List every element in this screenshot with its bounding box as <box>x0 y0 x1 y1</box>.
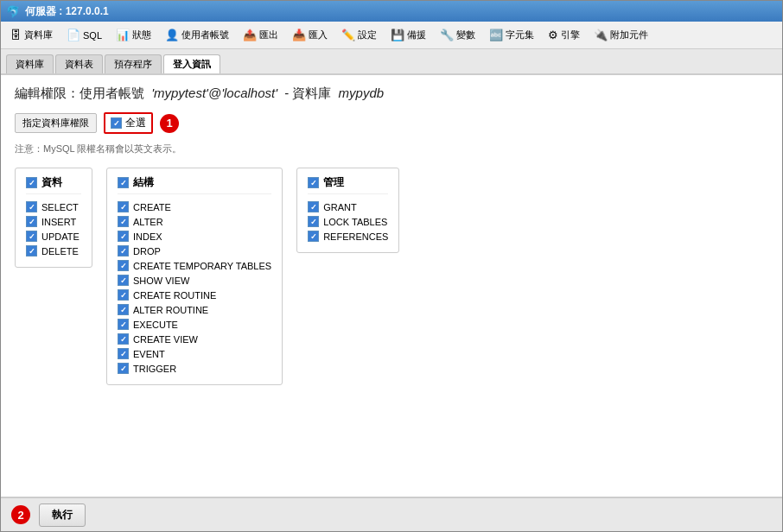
checkbox-alter-routine[interactable] <box>118 304 129 315</box>
menu-users[interactable]: 👤 使用者帳號 <box>159 25 235 45</box>
title-bar: 🐬 何服器 : 127.0.0.1 <box>1 1 782 22</box>
export-icon: 📤 <box>243 28 257 41</box>
page-title: 編輯權限：使用者帳號 'mypytest'@'localhost' - 資料庫 … <box>15 86 768 102</box>
priv-item-insert: INSERT <box>26 216 81 227</box>
priv-item-update: UPDATE <box>26 231 81 242</box>
checkbox-create[interactable] <box>118 201 129 212</box>
checkbox-grant[interactable] <box>308 201 319 212</box>
variables-icon: 🔧 <box>440 28 454 41</box>
priv-item-create-routine: CREATE ROUTINE <box>118 289 271 301</box>
menu-import[interactable]: 📥 匯入 <box>286 25 334 45</box>
menu-settings[interactable]: ✏️ 設定 <box>335 25 383 45</box>
checkbox-trigger[interactable] <box>118 363 129 374</box>
database-icon: 🗄 <box>10 28 22 41</box>
checkbox-create-routine[interactable] <box>118 289 129 301</box>
select-all-container: 全選 <box>104 112 153 134</box>
plugins-icon: 🔌 <box>594 28 608 41</box>
window-title: 何服器 : 127.0.0.1 <box>25 4 109 19</box>
sql-icon: 📄 <box>67 28 80 41</box>
priv-item-alter-routine: ALTER ROUTINE <box>118 304 271 315</box>
checkbox-references[interactable] <box>308 231 319 242</box>
engine-icon: ⚙ <box>548 28 558 41</box>
priv-item-show-view: SHOW VIEW <box>118 275 271 286</box>
select-all-label: 全選 <box>125 116 146 130</box>
priv-item-select: SELECT <box>26 201 81 212</box>
priv-item-execute: EXECUTE <box>118 319 271 330</box>
privileges-row: 資料 SELECT INSERT UPDATE DELETE <box>15 168 768 385</box>
backup-icon: 💾 <box>391 28 404 41</box>
select-all-checkbox[interactable] <box>111 117 122 129</box>
menu-variables[interactable]: 🔧 變數 <box>434 25 481 45</box>
import-icon: 📥 <box>292 28 306 41</box>
users-icon: 👤 <box>165 28 179 41</box>
checkbox-alter[interactable] <box>118 216 129 227</box>
menu-sql[interactable]: 📄 SQL <box>60 25 108 45</box>
checkbox-create-view[interactable] <box>118 333 129 345</box>
priv-group-structure-header: 結構 <box>118 175 271 194</box>
checkbox-select[interactable] <box>26 201 37 212</box>
charset-icon: 🔤 <box>489 28 503 41</box>
tab-procedures[interactable]: 預存程序 <box>105 54 162 73</box>
priv-item-create-view: CREATE VIEW <box>118 333 271 345</box>
tab-database[interactable]: 資料庫 <box>6 54 54 73</box>
menu-charset[interactable]: 🔤 字元集 <box>483 25 540 45</box>
priv-group-structure-checkbox[interactable] <box>118 177 129 188</box>
footer: 2 執行 <box>1 497 782 531</box>
menu-export[interactable]: 📤 匯出 <box>237 25 284 45</box>
priv-group-admin: 管理 GRANT LOCK TABLES REFERENCES <box>296 168 399 253</box>
priv-group-data: 資料 SELECT INSERT UPDATE DELETE <box>15 168 92 268</box>
priv-item-grant: GRANT <box>308 201 388 212</box>
checkbox-drop[interactable] <box>118 245 129 256</box>
settings-icon: ✏️ <box>341 28 355 41</box>
priv-item-references: REFERENCES <box>308 231 388 242</box>
toolbar-row: 指定資料庫權限 全選 1 <box>15 112 768 134</box>
priv-item-create-temp: CREATE TEMPORARY TABLES <box>118 260 271 271</box>
note-text: 注意：MySQL 限權名稱會以英文表示。 <box>15 142 768 155</box>
checkbox-execute[interactable] <box>118 319 129 330</box>
priv-group-data-checkbox[interactable] <box>26 177 37 188</box>
checkbox-lock-tables[interactable] <box>308 216 319 227</box>
priv-item-alter: ALTER <box>118 216 271 227</box>
priv-item-create: CREATE <box>118 201 271 212</box>
priv-item-lock-tables: LOCK TABLES <box>308 216 388 227</box>
priv-group-admin-header: 管理 <box>308 175 388 194</box>
checkbox-insert[interactable] <box>26 216 37 227</box>
checkbox-show-view[interactable] <box>118 275 129 286</box>
menu-plugins[interactable]: 🔌 附加元件 <box>588 25 654 45</box>
checkbox-create-temp[interactable] <box>118 260 129 271</box>
main-window: 🐬 何服器 : 127.0.0.1 🗄 資料庫 📄 SQL 📊 狀態 👤 使用者… <box>0 0 783 532</box>
menu-bar: 🗄 資料庫 📄 SQL 📊 狀態 👤 使用者帳號 📤 匯出 📥 匯入 ✏️ 設定 <box>1 22 782 49</box>
priv-item-drop: DROP <box>118 245 271 256</box>
assign-db-privileges-button[interactable]: 指定資料庫權限 <box>15 113 97 133</box>
menu-status[interactable]: 📊 狀態 <box>110 25 157 45</box>
priv-item-index: INDEX <box>118 231 271 242</box>
priv-item-delete: DELETE <box>26 245 81 256</box>
badge-2: 2 <box>11 505 30 524</box>
menu-engine[interactable]: ⚙ 引擎 <box>542 25 586 45</box>
menu-backup[interactable]: 💾 備援 <box>385 25 432 45</box>
priv-item-event: EVENT <box>118 348 271 359</box>
badge-1: 1 <box>160 114 179 133</box>
priv-group-structure: 結構 CREATE ALTER INDEX DROP <box>106 168 283 385</box>
checkbox-index[interactable] <box>118 231 129 242</box>
tab-login-info[interactable]: 登入資訊 <box>163 54 220 73</box>
window-icon: 🐬 <box>6 5 20 18</box>
priv-item-trigger: TRIGGER <box>118 363 271 374</box>
checkbox-event[interactable] <box>118 348 129 359</box>
menu-database[interactable]: 🗄 資料庫 <box>4 25 59 45</box>
checkbox-delete[interactable] <box>26 245 37 256</box>
status-icon: 📊 <box>116 28 130 41</box>
priv-group-data-header: 資料 <box>26 175 81 194</box>
checkbox-update[interactable] <box>26 231 37 242</box>
tab-bar: 資料庫 資料表 預存程序 登入資訊 <box>1 49 782 75</box>
priv-group-admin-checkbox[interactable] <box>308 177 319 188</box>
content-area: 編輯權限：使用者帳號 'mypytest'@'localhost' - 資料庫 … <box>1 75 782 497</box>
execute-button[interactable]: 執行 <box>39 504 86 527</box>
tab-table[interactable]: 資料表 <box>55 54 103 73</box>
